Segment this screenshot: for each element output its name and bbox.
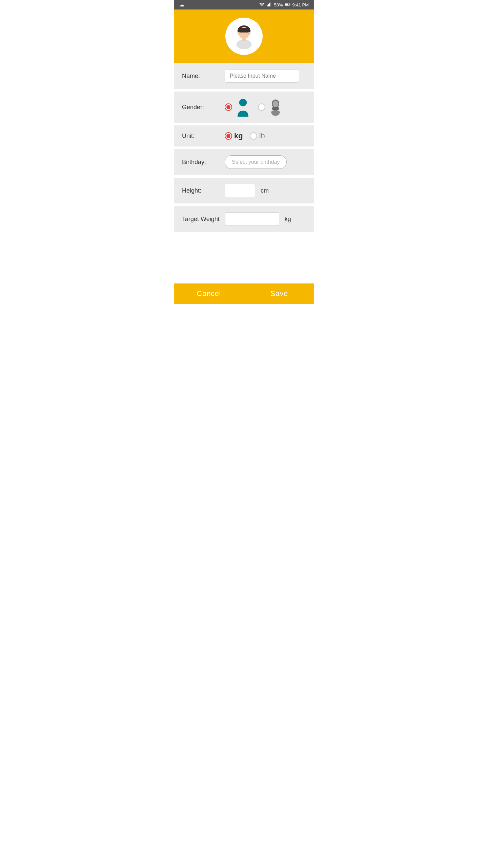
svg-rect-4: [270, 2, 271, 6]
height-row: Height: cm: [174, 178, 314, 206]
height-label: Height:: [182, 187, 219, 194]
svg-point-16: [239, 99, 247, 106]
name-row: Name:: [174, 63, 314, 92]
gender-male-radio[interactable]: [225, 103, 232, 111]
target-weight-label: Target Weight: [182, 216, 220, 223]
height-unit-label: cm: [261, 187, 269, 194]
name-label: Name:: [182, 73, 219, 80]
svg-point-12: [248, 32, 250, 35]
save-button[interactable]: Save: [244, 283, 314, 304]
weather-icon: ☁: [179, 2, 184, 8]
battery-icon: [285, 2, 290, 7]
unit-kg-radio-dot: [226, 134, 230, 138]
gender-options: [225, 98, 283, 117]
unit-label: Unit:: [182, 133, 219, 140]
unit-kg-label: kg: [234, 132, 243, 140]
unit-options: kg lb: [225, 132, 265, 140]
height-input[interactable]: [225, 184, 255, 197]
signal-icon: [267, 2, 272, 8]
target-weight-input[interactable]: [225, 212, 279, 226]
unit-kg-radio[interactable]: [225, 132, 232, 140]
birthday-picker-button[interactable]: Select your birthday: [225, 155, 287, 169]
unit-kg-option[interactable]: kg: [225, 132, 243, 140]
svg-point-0: [262, 6, 262, 6]
birthday-row: Birthday: Select your birthday: [174, 149, 314, 178]
gender-female-option[interactable]: [258, 98, 283, 117]
svg-point-11: [238, 32, 240, 35]
svg-rect-2: [268, 4, 269, 6]
gender-row: Gender:: [174, 92, 314, 125]
gender-label: Gender:: [182, 104, 219, 111]
avatar[interactable]: [225, 18, 263, 55]
unit-lb-option[interactable]: lb: [250, 132, 265, 140]
svg-point-18: [272, 101, 279, 107]
gender-female-radio[interactable]: [258, 103, 265, 111]
unit-lb-label: lb: [259, 132, 265, 140]
wifi-icon: [259, 2, 265, 8]
svg-rect-1: [267, 5, 268, 6]
status-bar: ☁ 58% 9:41 PM: [174, 0, 314, 9]
svg-rect-3: [269, 3, 270, 6]
gender-male-radio-dot: [226, 105, 230, 109]
svg-rect-6: [289, 4, 290, 5]
svg-rect-15: [242, 38, 246, 41]
birthday-label: Birthday:: [182, 159, 219, 166]
bottom-action-bar: Cancel Save: [174, 283, 314, 304]
form-area: Name: Gender:: [174, 63, 314, 283]
unit-lb-radio[interactable]: [250, 132, 257, 140]
header-banner: [174, 9, 314, 63]
target-weight-row: Target Weight kg: [174, 206, 314, 235]
female-gender-icon: [268, 98, 283, 117]
male-gender-icon: [235, 98, 251, 117]
gender-male-option[interactable]: [225, 98, 251, 117]
svg-rect-10: [238, 28, 250, 33]
battery-percentage: 58%: [274, 2, 283, 7]
name-input[interactable]: [225, 69, 299, 83]
time: 9:41 PM: [292, 2, 309, 7]
unit-row: Unit: kg lb: [174, 125, 314, 149]
svg-rect-7: [285, 3, 287, 5]
cancel-button[interactable]: Cancel: [174, 283, 244, 304]
content-spacer: [174, 235, 314, 283]
target-weight-unit-label: kg: [285, 216, 291, 223]
